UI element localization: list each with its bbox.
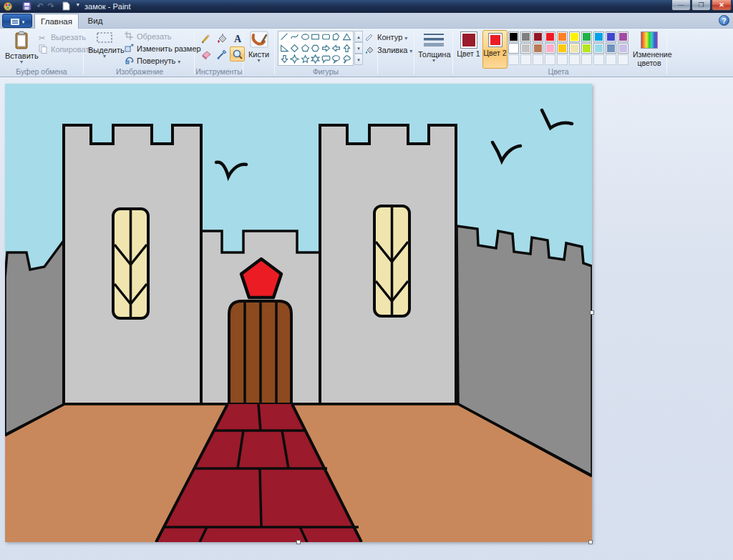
fill-style-button[interactable]: Заливка▾ (365, 45, 412, 57)
shape-polygon-icon[interactable] (331, 31, 342, 42)
palette-empty-slot[interactable] (533, 54, 543, 65)
group-divider (414, 31, 414, 74)
preview-page-icon[interactable] (62, 1, 70, 12)
resize-label: Изменить размер (137, 44, 201, 53)
outline-button[interactable]: Контур▾ (365, 32, 407, 44)
eraser-tool[interactable] (198, 46, 213, 62)
shape-rectangle-icon[interactable] (311, 31, 321, 42)
select-button[interactable]: Выделить ▾ (87, 30, 122, 69)
text-tool[interactable]: A (230, 31, 245, 46)
copy-icon (39, 44, 49, 57)
palette-color-swatch[interactable] (581, 31, 592, 42)
shape-left-arrow-icon[interactable] (331, 43, 342, 54)
palette-color-swatch[interactable] (569, 43, 580, 54)
paste-button[interactable]: Вставить ▾ (4, 30, 39, 69)
fill-tool[interactable] (214, 31, 229, 46)
shape-cloud-callout-icon[interactable] (341, 54, 352, 64)
palette-color-swatch[interactable] (508, 31, 519, 42)
palette-color-swatch[interactable] (545, 31, 555, 42)
left-window (113, 209, 148, 318)
color-picker-tool[interactable] (214, 46, 229, 62)
shapes-scroll-down[interactable]: ▾ (354, 42, 363, 54)
palette-color-swatch[interactable] (557, 31, 568, 42)
palette-color-swatch[interactable] (520, 43, 531, 54)
paint-logo-icon[interactable] (3, 1, 13, 12)
palette-color-swatch[interactable] (618, 31, 628, 42)
chevron-down-icon: ▾ (409, 48, 412, 54)
magnifier-tool[interactable] (230, 46, 245, 62)
shape-up-arrow-icon[interactable] (341, 43, 352, 54)
minimize-button[interactable]: — (671, 0, 691, 11)
canvas-resize-handle-right[interactable] (590, 310, 594, 315)
palette-color-swatch[interactable] (618, 43, 628, 54)
qat-customize-icon[interactable]: ▾ (77, 1, 79, 8)
shape-right-triangle-icon[interactable] (279, 43, 290, 54)
ribbon-tab-row: ▾ Главная Вид ? (0, 13, 733, 29)
help-icon[interactable]: ? (719, 15, 729, 26)
palette-empty-slot[interactable] (581, 54, 592, 65)
chevron-down-icon: ▾ (404, 35, 407, 41)
palette-color-swatch[interactable] (533, 43, 543, 54)
shape-line-icon[interactable] (279, 31, 290, 42)
canvas-resize-handle-corner[interactable] (588, 540, 593, 544)
rotate-button[interactable]: Повернуть▾ (125, 56, 180, 67)
close-button[interactable]: ✕ (712, 0, 732, 11)
palette-color-swatch[interactable] (606, 31, 616, 42)
palette-empty-slot[interactable] (545, 54, 555, 65)
pencil-tool[interactable] (198, 31, 213, 46)
save-icon[interactable] (22, 1, 31, 12)
shape-diamond-icon[interactable] (290, 43, 301, 54)
restore-button[interactable]: ❐ (691, 0, 711, 11)
brushes-button[interactable]: Кисти ▾ (245, 30, 273, 69)
window-title: замок - Paint (84, 2, 131, 11)
shape-rounded-callout-icon[interactable] (321, 54, 331, 64)
color2-button[interactable]: Цвет 2 (482, 30, 508, 69)
shape-rounded-rectangle-icon[interactable] (321, 31, 331, 42)
copy-button[interactable]: Копировать (39, 44, 93, 56)
palette-color-swatch[interactable] (520, 31, 531, 42)
shape-six-point-star-icon[interactable] (311, 54, 321, 64)
palette-color-swatch[interactable] (508, 43, 519, 54)
tab-view[interactable]: Вид (79, 14, 112, 29)
chevron-down-icon: ▾ (246, 59, 272, 63)
shape-oval-callout-icon[interactable] (331, 54, 342, 64)
shape-triangle-icon[interactable] (341, 31, 352, 42)
palette-color-swatch[interactable] (593, 43, 604, 54)
shape-down-arrow-icon[interactable] (279, 54, 290, 64)
tab-home[interactable]: Главная (34, 14, 79, 29)
shapes-scroll-up[interactable]: ▴ (354, 31, 363, 42)
palette-empty-slot[interactable] (557, 54, 568, 65)
palette-color-swatch[interactable] (593, 31, 604, 42)
crop-button[interactable]: Обрезать (125, 31, 172, 43)
color1-button[interactable]: Цвет 1 (456, 30, 481, 69)
palette-empty-slot[interactable] (606, 54, 616, 65)
shapes-more-button[interactable]: ▾ (354, 54, 363, 65)
resize-button[interactable]: Изменить размер (125, 44, 201, 55)
shape-curve-icon[interactable] (290, 31, 301, 42)
palette-color-swatch[interactable] (533, 31, 543, 42)
palette-color-swatch[interactable] (569, 31, 580, 42)
palette-color-swatch[interactable] (545, 43, 555, 54)
drawing-canvas[interactable] (5, 84, 592, 542)
shape-pentagon-icon[interactable] (300, 43, 311, 54)
undo-icon[interactable]: ↶ (37, 1, 43, 11)
edit-colors-button[interactable]: Изменение цветов (633, 30, 666, 70)
shape-ellipse-icon[interactable] (300, 31, 311, 42)
palette-color-swatch[interactable] (581, 43, 592, 54)
palette-color-swatch[interactable] (606, 43, 616, 54)
file-menu-button[interactable]: ▾ (2, 14, 32, 28)
palette-empty-slot[interactable] (508, 54, 519, 65)
shape-right-arrow-icon[interactable] (321, 43, 331, 54)
shape-hexagon-icon[interactable] (311, 43, 321, 54)
cut-button[interactable]: ✂Вырезать (39, 32, 86, 44)
palette-empty-slot[interactable] (520, 54, 531, 65)
shape-four-point-star-icon[interactable] (290, 54, 301, 64)
palette-empty-slot[interactable] (569, 54, 580, 65)
size-button[interactable]: Толщина ▾ (417, 30, 450, 69)
canvas-resize-handle-bottom[interactable] (296, 540, 301, 544)
shape-five-point-star-icon[interactable] (300, 54, 311, 64)
palette-empty-slot[interactable] (593, 54, 604, 65)
palette-empty-slot[interactable] (618, 54, 628, 65)
palette-color-swatch[interactable] (557, 43, 568, 54)
redo-icon[interactable]: ↷ (47, 1, 54, 11)
